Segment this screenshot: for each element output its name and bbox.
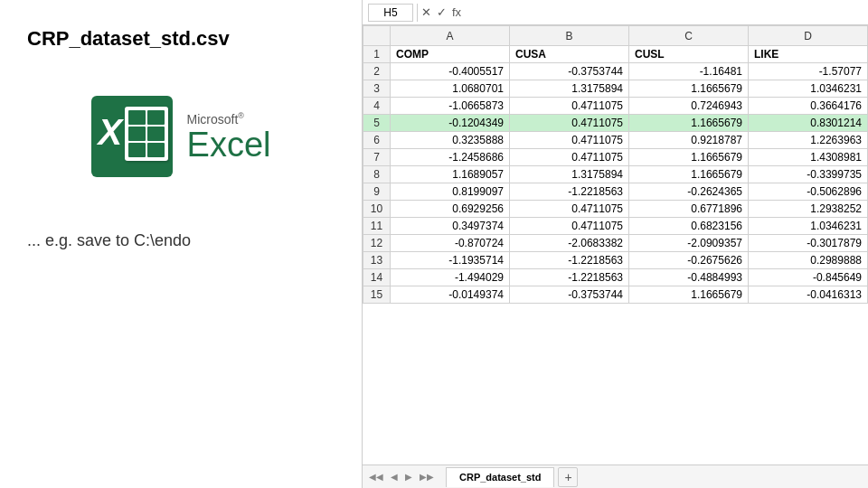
cell-a8[interactable]: 1.1689057	[391, 166, 510, 183]
cell-b8[interactable]: 1.3175894	[510, 166, 629, 183]
cell-b14[interactable]: -1.2218563	[510, 269, 629, 286]
cell-d10[interactable]: 1.2938252	[749, 201, 868, 218]
cell-a12[interactable]: -0.870724	[391, 235, 510, 252]
cell-c8[interactable]: 1.1665679	[629, 166, 749, 183]
cell-a1[interactable]: COMP	[391, 46, 510, 63]
cell-c7[interactable]: 1.1665679	[629, 149, 749, 166]
cell-a13[interactable]: -1.1935714	[391, 252, 510, 269]
excel-grid-icon	[125, 107, 168, 161]
cell-c15[interactable]: 1.1665679	[629, 286, 749, 304]
cell-a10[interactable]: 0.6929256	[391, 201, 510, 218]
cell-b7[interactable]: 0.4711075	[510, 149, 629, 166]
row-number[interactable]: 4	[363, 98, 391, 115]
row-number[interactable]: 1	[363, 46, 391, 63]
row-number[interactable]: 14	[363, 269, 391, 286]
cell-d12[interactable]: -0.3017879	[749, 235, 868, 252]
cell-a4[interactable]: -1.0665873	[391, 98, 510, 115]
formula-input[interactable]	[465, 11, 863, 14]
row-number[interactable]: 15	[363, 286, 391, 304]
cell-a5[interactable]: -0.1204349	[391, 115, 510, 132]
cell-c14[interactable]: -0.4884993	[629, 269, 749, 286]
cell-d6[interactable]: 1.2263963	[749, 132, 868, 149]
cell-b6[interactable]: 0.4711075	[510, 132, 629, 149]
cell-c6[interactable]: 0.9218787	[629, 132, 749, 149]
cell-a11[interactable]: 0.3497374	[391, 218, 510, 235]
cell-b15[interactable]: -0.3753744	[510, 286, 629, 304]
row-number[interactable]: 12	[363, 235, 391, 252]
cell-d7[interactable]: 1.4308981	[749, 149, 868, 166]
nav-next-arrow[interactable]: ▶	[402, 471, 415, 483]
col-header-c[interactable]: C	[629, 26, 749, 46]
cell-d3[interactable]: 1.0346231	[749, 80, 868, 98]
column-header-row: A B C D	[363, 26, 868, 46]
data-table: A B C D 1COMPCUSACUSLLIKE2-0.4005517-0.3…	[363, 25, 868, 304]
col-header-b[interactable]: B	[510, 26, 629, 46]
sheet-tab-active[interactable]: CRP_dataset_std	[446, 467, 554, 487]
col-header-a[interactable]: A	[391, 26, 510, 46]
table-row: 60.32358880.47110750.92187871.2263963	[363, 132, 868, 149]
cell-a7[interactable]: -1.2458686	[391, 149, 510, 166]
excel-logo-area: X Microsoft® Excel	[27, 96, 335, 177]
cell-c5[interactable]: 1.1665679	[629, 115, 749, 132]
row-number[interactable]: 10	[363, 201, 391, 218]
cell-b2[interactable]: -0.3753744	[510, 63, 629, 80]
row-number[interactable]: 13	[363, 252, 391, 269]
row-number[interactable]: 11	[363, 218, 391, 235]
cell-c4[interactable]: 0.7246943	[629, 98, 749, 115]
row-number[interactable]: 5	[363, 115, 391, 132]
row-number[interactable]: 8	[363, 166, 391, 183]
confirm-icon[interactable]: ✓	[437, 5, 447, 19]
fx-icon[interactable]: fx	[452, 5, 461, 19]
nav-first-arrow[interactable]: ◀◀	[366, 471, 386, 483]
row-number[interactable]: 6	[363, 132, 391, 149]
cell-d2[interactable]: -1.57077	[749, 63, 868, 80]
cell-c11[interactable]: 0.6823156	[629, 218, 749, 235]
cell-c12[interactable]: -2.0909357	[629, 235, 749, 252]
cell-c9[interactable]: -0.2624365	[629, 183, 749, 201]
row-number[interactable]: 9	[363, 183, 391, 201]
cell-a14[interactable]: -1.494029	[391, 269, 510, 286]
cell-a2[interactable]: -0.4005517	[391, 63, 510, 80]
cell-c10[interactable]: 0.6771896	[629, 201, 749, 218]
cell-d14[interactable]: -0.845649	[749, 269, 868, 286]
cell-reference[interactable]: H5	[368, 4, 413, 22]
nav-prev-arrow[interactable]: ◀	[388, 471, 401, 483]
corner-header	[363, 26, 391, 46]
row-number[interactable]: 7	[363, 149, 391, 166]
cell-c1[interactable]: CUSL	[629, 46, 749, 63]
cancel-icon[interactable]: ✕	[421, 5, 431, 19]
cell-d13[interactable]: 0.2989888	[749, 252, 868, 269]
cell-c13[interactable]: -0.2675626	[629, 252, 749, 269]
cell-d9[interactable]: -0.5062896	[749, 183, 868, 201]
row-number[interactable]: 3	[363, 80, 391, 98]
table-row: 2-0.4005517-0.3753744-1.16481-1.57077	[363, 63, 868, 80]
cell-b10[interactable]: 0.4711075	[510, 201, 629, 218]
cell-d4[interactable]: 0.3664176	[749, 98, 868, 115]
cell-d5[interactable]: 0.8301214	[749, 115, 868, 132]
cell-a6[interactable]: 0.3235888	[391, 132, 510, 149]
col-header-d[interactable]: D	[749, 26, 868, 46]
cell-b9[interactable]: -1.2218563	[510, 183, 629, 201]
cell-b1[interactable]: CUSA	[510, 46, 629, 63]
cell-d11[interactable]: 1.0346231	[749, 218, 868, 235]
cell-b3[interactable]: 1.3175894	[510, 80, 629, 98]
row-number[interactable]: 2	[363, 63, 391, 80]
cell-c2[interactable]: -1.16481	[629, 63, 749, 80]
cell-d15[interactable]: -0.0416313	[749, 286, 868, 304]
table-row: 5-0.12043490.47110751.16656790.8301214	[363, 115, 868, 132]
cell-a9[interactable]: 0.8199097	[391, 183, 510, 201]
cell-a3[interactable]: 1.0680701	[391, 80, 510, 98]
cell-b11[interactable]: 0.4711075	[510, 218, 629, 235]
cell-b4[interactable]: 0.4711075	[510, 98, 629, 115]
cell-b13[interactable]: -1.2218563	[510, 252, 629, 269]
add-sheet-button[interactable]: +	[558, 467, 578, 487]
cell-b12[interactable]: -2.0683382	[510, 235, 629, 252]
cell-a15[interactable]: -0.0149374	[391, 286, 510, 304]
cell-d8[interactable]: -0.3399735	[749, 166, 868, 183]
cell-b5[interactable]: 0.4711075	[510, 115, 629, 132]
table-row: 14-1.494029-1.2218563-0.4884993-0.845649	[363, 269, 868, 286]
table-row: 13-1.1935714-1.2218563-0.26756260.298988…	[363, 252, 868, 269]
cell-d1[interactable]: LIKE	[749, 46, 868, 63]
nav-last-arrow[interactable]: ▶▶	[417, 471, 437, 483]
cell-c3[interactable]: 1.1665679	[629, 80, 749, 98]
